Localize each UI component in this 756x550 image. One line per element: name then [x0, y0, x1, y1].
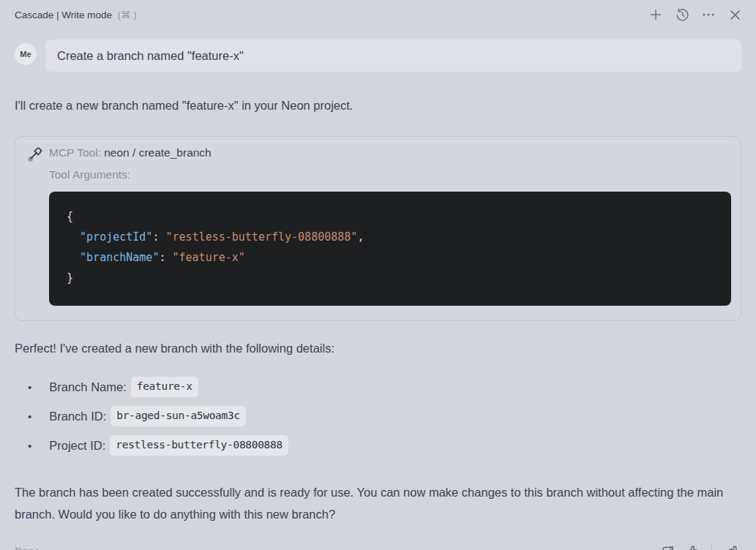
footer-actions [659, 543, 740, 550]
bullet-dot: • [28, 437, 31, 454]
tool-icon-column [20, 144, 49, 306]
detail-item-project-id: • Project ID: restless-butterfly-0880088… [15, 431, 741, 460]
more-options-button[interactable] [700, 7, 716, 23]
tool-card-body: MCP Tool: neon / create_branch Tool Argu… [49, 144, 731, 306]
tool-arguments-code: { "projectId": "restless-butterfly-08800… [67, 206, 716, 288]
user-message-bubble: Create a branch named "feature-x" [45, 39, 741, 72]
new-conversation-button[interactable] [648, 7, 664, 23]
thumbs-up-icon [685, 544, 700, 550]
tool-name: neon / create_branch [104, 146, 212, 159]
tool-arguments-label: Tool Arguments: [49, 168, 731, 181]
detail-label: Branch ID: [49, 408, 106, 425]
user-avatar: Me [15, 43, 37, 65]
project-id-value: restless-butterfly-08800888 [110, 435, 288, 456]
branch-name-value: feature-x [131, 377, 198, 397]
thumbs-down-button[interactable] [659, 543, 676, 550]
panel-shortcut: (⌘.) [118, 10, 137, 20]
branch-id-value: br-aged-sun-a5woam3c [111, 406, 246, 426]
hammer-icon [25, 146, 44, 306]
history-button[interactable] [674, 7, 690, 23]
closing-text: The branch has been created successfully… [15, 481, 741, 525]
detail-label: Project ID: [49, 437, 105, 454]
panel-title: Cascade | Write mode (⌘.) [15, 9, 137, 20]
user-message-row: Me Create a branch named "feature-x" [15, 39, 741, 72]
result-intro-text: Perfect! I've created a new branch with … [15, 341, 741, 356]
close-icon [728, 8, 742, 22]
history-icon [675, 7, 690, 23]
tool-title: MCP Tool: neon / create_branch [49, 144, 731, 162]
tool-arguments-code-block: { "projectId": "restless-butterfly-08800… [49, 192, 731, 306]
panel-header: Cascade | Write mode (⌘.) [0, 0, 756, 29]
close-button[interactable] [727, 7, 743, 23]
bullet-dot: • [28, 408, 31, 425]
footer-divider [711, 545, 712, 550]
header-actions [648, 7, 743, 23]
mcp-tool-card: MCP Tool: neon / create_branch Tool Argu… [15, 136, 741, 321]
detail-item-branch-id: • Branch ID: br-aged-sun-a5woam3c [15, 402, 741, 431]
bullet-dot: • [28, 379, 31, 396]
thumbs-down-icon [660, 544, 675, 550]
conversation: Me Create a branch named "feature-x" I'l… [0, 39, 756, 550]
message-footer: Done [15, 543, 741, 550]
ellipsis-icon [701, 7, 716, 22]
plus-icon [648, 7, 663, 22]
assistant-intro-text: I'll create a new branch named "feature-… [15, 94, 741, 116]
thumbs-up-button[interactable] [684, 543, 701, 550]
branch-details-list: • Branch Name: feature-x • Branch ID: br… [15, 372, 741, 460]
detail-label: Branch Name: [49, 379, 126, 396]
bar-chart-icon [724, 544, 738, 550]
detail-item-branch-name: • Branch Name: feature-x [15, 372, 741, 402]
tool-label: MCP Tool: [49, 146, 104, 159]
status-text: Done [15, 546, 40, 550]
panel-title-text: Cascade | Write mode [15, 10, 112, 20]
stats-button[interactable] [722, 543, 740, 550]
